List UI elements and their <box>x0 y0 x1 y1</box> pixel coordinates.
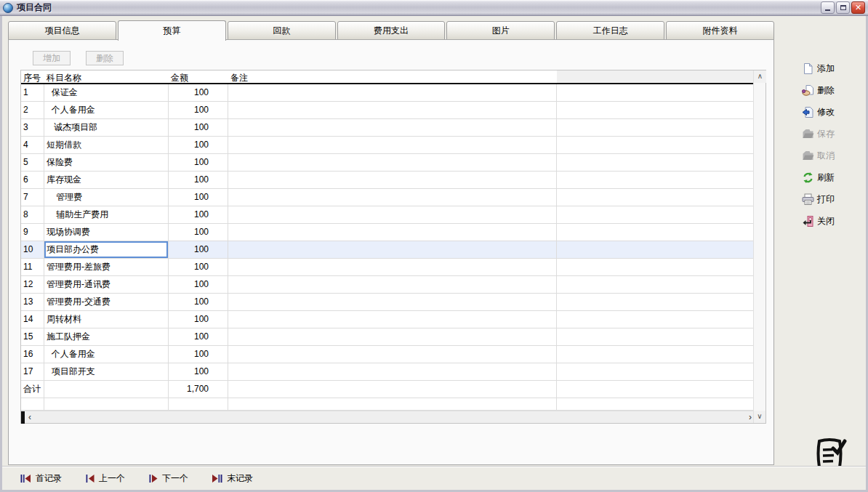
tab-attachments[interactable]: 附件资料 <box>666 21 774 40</box>
add-button[interactable]: 添加 <box>802 61 835 76</box>
row-subject-name[interactable]: 周转材料 <box>44 311 169 328</box>
row-note[interactable] <box>228 137 557 153</box>
table-row[interactable]: 7 管理费100 <box>21 189 765 206</box>
next-record-button[interactable]: 下一个 <box>149 472 188 485</box>
table-row[interactable]: 8 辅助生产费用100 <box>21 206 765 224</box>
row-subject-name[interactable]: 诚杰项目部 <box>44 119 169 136</box>
row-subject-name[interactable] <box>44 381 169 398</box>
maximize-button[interactable] <box>836 1 850 14</box>
row-amount[interactable]: 100 <box>169 137 228 153</box>
table-row[interactable]: 合计1,700 <box>21 381 765 398</box>
row-amount[interactable]: 100 <box>169 294 228 310</box>
row-amount[interactable] <box>169 398 228 410</box>
vertical-scrollbar[interactable]: ∧ <box>753 70 765 412</box>
row-note[interactable] <box>228 84 557 101</box>
row-subject-name[interactable]: 现场协调费 <box>44 224 169 241</box>
row-subject-name[interactable]: 短期借款 <box>44 137 169 153</box>
scroll-right-icon[interactable]: › <box>749 411 752 423</box>
table-row[interactable]: 16 个人备用金100 <box>21 346 765 363</box>
row-subject-name[interactable]: 管理费用-通讯费 <box>44 276 169 293</box>
last-record-button[interactable]: 末记录 <box>212 472 253 485</box>
row-amount[interactable]: 100 <box>169 311 228 328</box>
previous-record-button[interactable]: 上一个 <box>86 472 125 485</box>
row-amount[interactable]: 100 <box>169 363 228 380</box>
tab-pictures[interactable]: 图片 <box>446 21 555 40</box>
row-subject-name[interactable]: 管理费用-差旅费 <box>44 259 169 275</box>
table-row[interactable]: 1 保证金100 <box>21 84 765 102</box>
row-amount[interactable]: 100 <box>169 328 228 345</box>
horizontal-scrollbar[interactable]: ‹ › <box>21 411 755 423</box>
row-amount[interactable]: 100 <box>169 119 228 136</box>
row-subject-name[interactable]: 项目部开支 <box>44 363 169 380</box>
row-subject-name[interactable]: 管理费用-交通费 <box>44 294 169 310</box>
tab-expenses[interactable]: 费用支出 <box>337 21 446 40</box>
table-row[interactable]: 15施工队押金100 <box>21 328 765 346</box>
scroll-left-icon[interactable]: ‹ <box>28 411 31 423</box>
table-row[interactable]: 13管理费用-交通费100 <box>21 294 765 311</box>
row-subject-name[interactable] <box>44 398 169 410</box>
row-amount[interactable]: 100 <box>169 259 228 275</box>
row-note[interactable] <box>228 154 557 171</box>
row-subject-name[interactable]: 个人备用金 <box>44 102 169 118</box>
row-note[interactable] <box>228 241 557 258</box>
row-note[interactable] <box>228 119 557 136</box>
tab-payment-collection[interactable]: 回款 <box>228 21 336 40</box>
row-note[interactable] <box>228 206 557 223</box>
table-row[interactable]: 17 项目部开支100 <box>21 363 765 381</box>
save-button[interactable]: 保存 <box>802 126 835 141</box>
minimize-button[interactable] <box>821 1 835 14</box>
row-note[interactable] <box>228 328 557 345</box>
table-row[interactable] <box>21 398 765 411</box>
modify-button[interactable]: 修改 <box>802 105 835 119</box>
table-row[interactable]: 14周转材料100 <box>21 311 765 328</box>
table-row[interactable]: 12管理费用-通讯费100 <box>21 276 765 294</box>
row-amount[interactable]: 100 <box>169 84 228 101</box>
row-subject-name[interactable]: 项目部办公费 <box>44 241 169 258</box>
row-note[interactable] <box>228 102 557 118</box>
row-note[interactable] <box>228 311 557 328</box>
table-row[interactable]: 9现场协调费100 <box>21 224 765 241</box>
row-subject-name[interactable]: 个人备用金 <box>44 346 169 363</box>
row-subject-name[interactable]: 施工队押金 <box>44 328 169 345</box>
row-amount[interactable]: 100 <box>169 154 228 171</box>
row-subject-name[interactable]: 保证金 <box>44 84 169 101</box>
tab-budget[interactable]: 预算 <box>118 20 226 41</box>
row-note[interactable] <box>228 363 557 380</box>
row-subject-name[interactable]: 保险费 <box>44 154 169 171</box>
row-amount[interactable]: 100 <box>169 276 228 293</box>
row-amount[interactable]: 100 <box>169 189 228 206</box>
grid-add-button[interactable]: 增加 <box>33 51 71 65</box>
row-note[interactable] <box>228 172 557 188</box>
table-row[interactable]: 3 诚杰项目部100 <box>21 119 765 137</box>
row-amount[interactable]: 100 <box>169 102 228 118</box>
tab-work-log[interactable]: 工作日志 <box>556 21 664 40</box>
print-button[interactable]: 打印 <box>802 192 835 206</box>
row-amount[interactable]: 100 <box>169 206 228 223</box>
tab-project-info[interactable]: 项目信息 <box>8 21 116 40</box>
delete-button[interactable]: 删除 <box>802 83 835 97</box>
table-row[interactable]: 10项目部办公费100 <box>21 241 765 259</box>
table-row[interactable]: 2 个人备用金100 <box>21 102 765 119</box>
row-note[interactable] <box>228 346 557 363</box>
table-row[interactable]: 5保险费100 <box>21 154 765 172</box>
close-button[interactable]: ✕ <box>851 1 865 14</box>
row-note[interactable] <box>228 398 557 410</box>
row-amount[interactable]: 100 <box>169 241 228 258</box>
close-form-button[interactable]: 关闭 <box>802 214 835 228</box>
table-row[interactable]: 4短期借款100 <box>21 137 765 154</box>
scroll-down-icon[interactable]: ∨ <box>753 411 765 423</box>
cancel-button[interactable]: 取消 <box>802 148 835 163</box>
table-row[interactable]: 6库存现金100 <box>21 172 765 189</box>
row-amount[interactable]: 100 <box>169 346 228 363</box>
refresh-button[interactable]: 刷新 <box>802 170 835 185</box>
row-subject-name[interactable]: 库存现金 <box>44 172 169 188</box>
row-amount[interactable]: 100 <box>169 224 228 241</box>
row-note[interactable] <box>228 224 557 241</box>
row-amount[interactable]: 1,700 <box>169 381 228 398</box>
scroll-up-icon[interactable]: ∧ <box>754 70 766 83</box>
row-subject-name[interactable]: 辅助生产费用 <box>44 206 169 223</box>
row-note[interactable] <box>228 189 557 206</box>
row-note[interactable] <box>228 259 557 275</box>
table-row[interactable]: 11管理费用-差旅费100 <box>21 259 765 276</box>
row-note[interactable] <box>228 294 557 310</box>
